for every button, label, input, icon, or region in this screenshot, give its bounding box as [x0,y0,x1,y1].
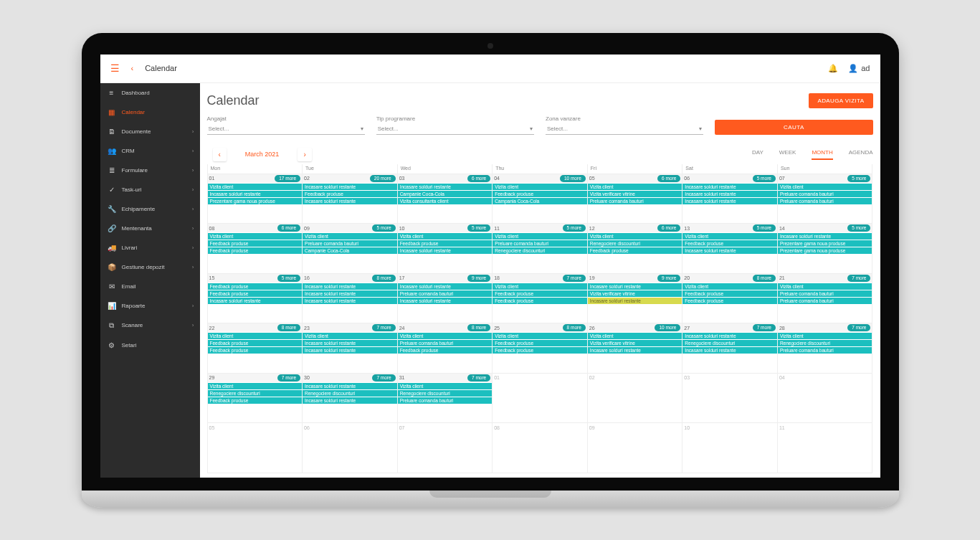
calendar-cell[interactable]: 307 moreIncasare solduri restanteRenegoc… [303,374,398,424]
more-pill[interactable]: 6 more [467,175,490,182]
more-pill[interactable]: 5 more [467,224,490,232]
more-pill[interactable]: 5 more [372,224,395,232]
search-button[interactable]: CAUTA [715,120,872,135]
calendar-cell[interactable]: 03 [682,374,778,424]
sidebar-item-rapoarte[interactable]: 📊Rapoarte› [100,296,200,316]
calendar-event[interactable]: Vizita client [208,233,303,240]
calendar-event[interactable]: Feedback produse [208,283,303,290]
more-pill[interactable]: 7 more [847,324,870,331]
calendar-event[interactable]: Feedback produse [398,240,493,247]
calendar-event[interactable]: Incasare solduri restante [303,397,397,404]
calendar-cell[interactable]: 179 moreIncasare solduri restantePreluar… [398,274,493,324]
calendar-event[interactable]: Vizita client [682,283,777,290]
view-day[interactable]: DAY [752,149,763,160]
more-pill[interactable]: 6 more [277,224,300,232]
calendar-cell[interactable]: 05 [208,423,303,473]
calendar-event[interactable]: Preluare comanda bauturi [778,290,872,297]
sidebar-item-email[interactable]: ✉Email [100,277,200,296]
user-menu[interactable]: 👤 ad [848,64,870,73]
calendar-event[interactable]: Vizita consultanta client [398,198,493,204]
more-pill[interactable]: 6 more [657,224,680,232]
more-pill[interactable]: 9 more [657,275,680,282]
calendar-event[interactable]: Incasare solduri restante [682,191,777,197]
calendar-event[interactable]: Preluare comanda bauturi [778,191,872,197]
calendar-cell[interactable]: 07 [398,423,493,473]
calendar-event[interactable]: Incasare solduri restante [398,184,493,190]
tip-select[interactable]: Select... ▾ [376,123,534,135]
calendar-event[interactable]: Incasare solduri restante [303,347,397,354]
calendar-event[interactable]: Incasare solduri restante [778,233,872,240]
calendar-event[interactable]: Vizita client [493,333,587,339]
more-pill[interactable]: 8 more [372,275,395,282]
sidebar-item-dashboard[interactable]: ≡Dashboard [100,83,200,103]
calendar-cell[interactable]: 317 moreVizita clientRenegociere discoun… [398,374,493,424]
calendar-cell[interactable]: 258 moreVizita clientFeedback produseFee… [493,323,588,374]
calendar-event[interactable]: Vizita client [588,233,682,240]
more-pill[interactable]: 5 more [847,175,870,182]
more-pill[interactable]: 6 more [657,175,680,182]
more-pill[interactable]: 5 more [847,224,870,232]
calendar-cell[interactable]: 01 [493,374,588,424]
calendar-cell[interactable]: 11 [778,423,873,473]
more-pill[interactable]: 7 more [563,275,586,282]
more-pill[interactable]: 5 more [563,224,586,232]
calendar-event[interactable]: Incasare solduri restante [208,298,303,304]
calendar-cell[interactable]: 08 [493,423,588,473]
calendar-event[interactable]: Prezentare gama noua produse [778,247,872,254]
calendar-event[interactable]: Incasare solduri restante [398,283,493,290]
calendar-event[interactable]: Preluare comanda bauturi [588,198,682,204]
calendar-cell[interactable]: 02 [588,374,683,424]
calendar-cell[interactable]: 287 moreVizita clientRenegociere discoun… [778,323,873,374]
calendar-event[interactable]: Feedback produse [493,290,587,297]
calendar-event[interactable]: Feedback produse [682,290,777,297]
calendar-event[interactable]: Feedback produse [493,340,587,346]
more-pill[interactable]: 5 more [277,275,300,282]
calendar-cell[interactable]: 145 moreIncasare solduri restantePrezent… [778,224,873,274]
calendar-event[interactable]: Incasare solduri restante [682,347,777,354]
more-pill[interactable]: 7 more [467,374,490,382]
calendar-event[interactable]: Feedback produse [303,191,397,197]
sidebar-item-crm[interactable]: 👥CRM› [100,141,200,161]
calendar-event[interactable]: Vizita client [778,184,872,190]
zona-select[interactable]: Select... ▾ [546,123,703,135]
calendar-event[interactable]: Campania Coca-Cola [493,198,587,204]
calendar-event[interactable]: Vizita client [493,233,587,240]
calendar-cell[interactable]: 237 moreVizita clientIncasare solduri re… [303,323,398,374]
calendar-event[interactable]: Vizita client [398,233,493,240]
sidebar-item-documente[interactable]: 🗎Documente› [100,122,200,141]
calendar-event[interactable]: Vizita verificare vitrine [588,290,682,297]
calendar-event[interactable]: Feedback produse [208,397,303,404]
calendar-event[interactable]: Vizita client [208,184,303,190]
calendar-event[interactable]: Incasare solduri restante [588,298,682,304]
calendar-event[interactable]: Campanie Coca-Cola [303,247,397,254]
calendar-cell[interactable]: 06 [303,423,398,473]
menu-icon[interactable]: ☰ [110,62,120,74]
calendar-event[interactable]: Vizita client [398,333,493,339]
calendar-event[interactable]: Incasare solduri restante [682,247,777,254]
cal-next-button[interactable]: › [298,148,311,161]
calendar-cell[interactable]: 095 moreVizita clientPreluare comanda ba… [303,224,398,274]
calendar-event[interactable]: Vizita client [208,383,303,389]
calendar-event[interactable]: Feedback produse [208,247,303,254]
calendar-event[interactable]: Preluare comanda bauturi [778,347,872,354]
more-pill[interactable]: 9 more [467,275,490,282]
sidebar-item-task-uri[interactable]: ✓Task-uri› [100,180,200,199]
calendar-event[interactable]: Preluare comanda bauturi [398,397,493,404]
calendar-event[interactable]: Incasare solduri restante [303,290,397,297]
sidebar-item-calendar[interactable]: ▦Calendar [100,103,200,122]
calendar-event[interactable]: Vizita verificare vitrine [588,191,682,197]
calendar-cell[interactable]: 187 moreVizita clientFeedback produseFee… [493,274,588,324]
more-pill[interactable]: 7 more [372,374,395,382]
calendar-event[interactable]: Feedback produse [398,347,493,354]
calendar-event[interactable]: Preluare comanda bauturi [493,240,587,247]
calendar-event[interactable]: Vizita client [778,283,872,290]
sidebar-item-formulare[interactable]: ≣Formulare› [100,161,200,180]
more-pill[interactable]: 8 more [753,275,776,282]
calendar-event[interactable]: Incasare solduri restante [682,198,777,204]
calendar-event[interactable]: Incasare solduri restante [588,283,682,290]
calendar-event[interactable]: Renegociere discounturi [493,247,587,254]
calendar-event[interactable]: Incasare solduri restante [208,191,303,197]
calendar-cell[interactable]: 217 moreVizita clientPreluare comanda ba… [778,274,873,324]
calendar-event[interactable]: Renegociere discounturi [208,390,303,397]
calendar-event[interactable]: Campanie Coca-Cola [398,191,493,197]
